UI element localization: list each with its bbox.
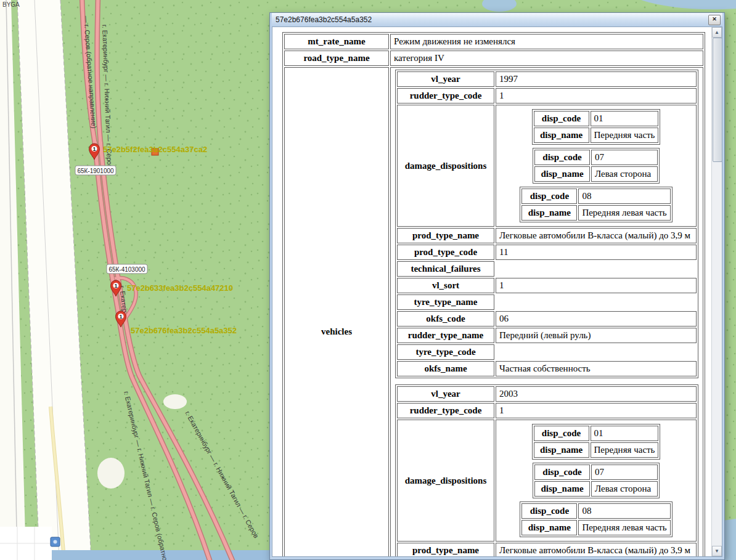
field-key: damage_dispositions xyxy=(397,105,494,227)
table-row: tyre_type_name xyxy=(397,294,697,310)
vehicle-table: vl_year 2003 rudder_type_code 1 damage_d… xyxy=(395,384,698,557)
field-key: disp_code xyxy=(521,189,577,204)
table-row: vl_year 1997 xyxy=(397,71,697,87)
table-row: vl_sort 1 xyxy=(397,278,697,293)
field-key: disp_code xyxy=(534,111,589,126)
field-key: prod_type_name xyxy=(397,543,494,557)
table-row: disp_code 08 xyxy=(521,189,670,204)
table-row: disp_code 07 xyxy=(534,150,658,165)
field-value: Передняя часть xyxy=(591,128,659,143)
road-ref-text: 65К-4103000 xyxy=(108,266,145,273)
table-row: disp_name Передняя левая часть xyxy=(521,205,670,221)
field-value: категория IV xyxy=(390,51,703,66)
table-row: vehicles vl_year 1997 rudder_type_code 1 xyxy=(284,67,703,557)
disposition-table: disp_code 01 disp_name Передняя часть xyxy=(532,109,661,145)
table-row: disp_name Передняя часть xyxy=(534,128,659,143)
field-key: vl_year xyxy=(397,71,494,87)
table-row: disp_code 08 xyxy=(521,503,670,519)
field-value: Легковые автомобили В-класса (малый) до … xyxy=(496,228,697,243)
screen: — г. Серов (обратное направление) г. Ека… xyxy=(0,0,736,560)
clearing-patch xyxy=(163,394,187,409)
table-row: disp_name Левая сторона xyxy=(534,481,658,497)
disposition-table: disp_code 07 disp_name Левая сторона xyxy=(533,463,660,498)
scroll-thumb[interactable] xyxy=(713,38,722,162)
field-key: rudder_type_code xyxy=(397,403,494,418)
vehicles-cell: vl_year 1997 rudder_type_code 1 damage_d… xyxy=(390,67,703,557)
field-value: 1 xyxy=(496,278,697,293)
record-table: mt_rate_name Режим движения не изменялся… xyxy=(282,32,705,557)
marker-number: 1 xyxy=(119,314,122,320)
field-value xyxy=(496,344,697,360)
field-value: 07 xyxy=(591,465,658,480)
road-ref-badge: 65К-1901000 xyxy=(75,166,116,175)
table-row: rudder_type_code 1 xyxy=(397,403,697,418)
field-value: Режим движения не изменялся xyxy=(390,34,703,49)
table-row: damage_dispositions disp_code 01 xyxy=(397,105,697,227)
field-key: disp_name xyxy=(534,481,590,497)
field-value: 01 xyxy=(591,426,659,441)
damage-dispositions-cell: disp_code 01 disp_name Передняя часть xyxy=(496,105,697,227)
scroll-down-button[interactable]: ▼ xyxy=(712,546,722,556)
field-key: prod_type_code xyxy=(397,245,494,260)
road-ref-badge: 65К-4103000 xyxy=(107,264,147,274)
marker-id-label: 57e2b676fea3b2c554a5a352 xyxy=(131,326,237,335)
marker-number: 1 xyxy=(114,283,117,289)
table-row: disp_name Левая сторона xyxy=(534,166,658,182)
table-row: okfs_name Частная собственность xyxy=(397,361,697,376)
window-titlebar[interactable]: 57e2b676fea3b2c554a5a352 ✕ xyxy=(272,13,722,26)
table-row: disp_name Передняя часть xyxy=(534,442,659,458)
field-key: prod_type_name xyxy=(397,228,494,243)
field-value: Передняя часть xyxy=(591,442,659,458)
field-key: damage_dispositions xyxy=(397,420,494,542)
field-key: disp_name xyxy=(521,520,577,535)
disposition-table: disp_code 08 disp_name Передняя левая ча… xyxy=(520,187,672,222)
field-value: Легковые автомобили В-класса (малый) до … xyxy=(496,543,697,557)
map-corner-label: BYGA xyxy=(2,1,20,8)
field-value: 11 xyxy=(496,245,697,260)
field-value: Левая сторона xyxy=(591,481,658,497)
road-ref-text: 65К-1901000 xyxy=(77,168,114,174)
damage-dispositions-cell: disp_code 01 disp_name Передняя часть xyxy=(496,420,697,542)
field-value xyxy=(496,294,697,310)
field-value: Передняя левая часть xyxy=(578,205,670,221)
field-key: tyre_type_name xyxy=(397,294,494,310)
disposition-table: disp_code 01 disp_name Передняя часть xyxy=(532,424,661,460)
table-row: technical_failures xyxy=(397,261,697,277)
field-key: rudder_type_name xyxy=(397,328,494,343)
vehicle-table: vl_year 1997 rudder_type_code 1 damage_d… xyxy=(395,70,698,378)
detail-window: 57e2b676fea3b2c554a5a352 ✕ mt_rate_name … xyxy=(269,12,725,560)
field-key: technical_failures xyxy=(397,261,494,277)
table-row: rudder_type_name Передний (левый руль) xyxy=(397,328,697,343)
field-value: 2003 xyxy=(496,386,697,402)
table-row: prod_type_name Легковые автомобили В-кла… xyxy=(397,543,697,557)
table-row: disp_code 07 xyxy=(534,465,658,480)
table-row: prod_type_code 11 xyxy=(397,245,697,260)
field-key: disp_name xyxy=(534,128,589,143)
window-content: mt_rate_name Режим движения не изменялся… xyxy=(272,26,722,557)
vertical-scrollbar[interactable]: ▲ ▼ xyxy=(711,27,722,556)
marker-number: 1 xyxy=(92,146,96,152)
field-key: mt_rate_name xyxy=(284,34,389,49)
marker-id-label: 57e2b633fea3b2c554a47210 xyxy=(127,283,233,293)
field-key: disp_name xyxy=(534,442,589,458)
field-key: disp_code xyxy=(534,465,590,480)
field-value: 06 xyxy=(496,311,697,327)
table-row: damage_dispositions disp_code 01 xyxy=(397,420,697,542)
disposition-table: disp_code 07 disp_name Левая сторона xyxy=(533,148,660,184)
table-row: mt_rate_name Режим движения не изменялся xyxy=(284,34,703,49)
field-value: Передняя левая часть xyxy=(578,520,670,535)
field-key: disp_code xyxy=(521,503,577,519)
field-key: vehicles xyxy=(284,67,389,557)
close-button[interactable]: ✕ xyxy=(708,15,721,25)
field-key: vl_year xyxy=(397,386,494,402)
vehicle-gap xyxy=(394,379,700,383)
field-value: Частная собственность xyxy=(496,361,697,376)
map-control-icon[interactable] xyxy=(51,537,60,546)
scroll-up-button[interactable]: ▲ xyxy=(712,27,722,38)
field-value: 07 xyxy=(591,150,658,165)
field-value: Левая сторона xyxy=(591,166,658,182)
marker-id-label: 57e2b5f2fea3b2c554a37ca2 xyxy=(103,145,207,154)
field-key: rudder_type_code xyxy=(397,88,494,103)
table-row: tyre_type_code xyxy=(397,344,697,360)
table-row: road_type_name категория IV xyxy=(284,51,703,66)
